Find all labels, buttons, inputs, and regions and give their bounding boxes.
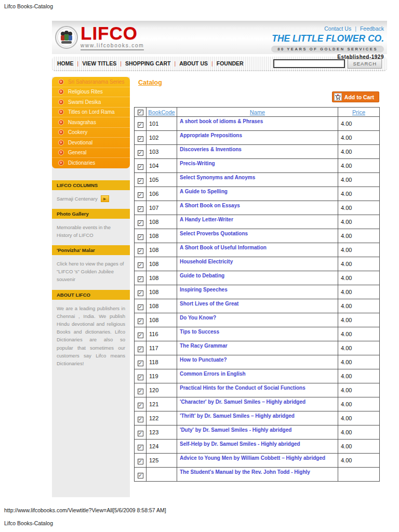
price-cell: 4.00 [338,299,380,313]
sidebar-item-titles-on-lord-rama[interactable]: ›Titles on Lord Rama [52,108,130,118]
table-row: ✓119Common Errors in English4.00 [135,369,380,383]
checkbox-checked[interactable]: ✓ [138,206,143,212]
checkbox-checked[interactable]: ✓ [138,150,143,156]
book-name-link[interactable]: 'Character' by Dr. Samuel Smiles – Highl… [177,397,338,411]
price-cell: 4.00 [338,425,380,440]
row-checkbox-cell: ✓ [135,425,147,440]
row-checkbox-cell: ✓ [135,159,147,173]
book-name-link[interactable]: A short book of idioms & Phrases [177,117,338,131]
column-header-link-price[interactable]: Price [352,109,365,115]
lifco-logo[interactable]: LIFCO www.lifcobooks.com [52,21,144,54]
sidebar-item-sri-sahasranama-series[interactable]: ›Sri Sahasranama Series [52,77,130,87]
book-name-link[interactable]: A Short Book of Useful Information [177,243,338,257]
bookcode-cell [147,468,177,482]
nav-item-shopping-cart[interactable]: SHOPPING CART [125,60,171,66]
checkbox-checked[interactable]: ✓ [138,122,143,128]
book-name-link[interactable]: Tips to Success [177,327,338,341]
sidebar-item-general[interactable]: ›General [52,148,130,158]
sarmaji-centenary-link[interactable]: Sarmaji Centenary [57,195,98,203]
sidebar-item-devotional[interactable]: ›Devotional [52,138,130,148]
sidebar-item-navagrahas[interactable]: ›Navagrahas [52,117,130,128]
book-name-link[interactable]: 'Duty' by Dr. Samuel Smiles - Highly abr… [177,425,338,440]
sidebar-item-swami-desika[interactable]: ›Swami Desika [52,97,130,108]
book-name-link[interactable]: The Racy Grammar [177,341,338,355]
feedback-link[interactable]: Feedback [360,25,384,32]
book-name-link[interactable]: Practical Hints for the Conduct of Socia… [177,383,338,397]
nav-item-view-titles[interactable]: VIEW TITLES [82,60,116,66]
shopping-cart-icon [334,93,342,101]
checkbox-checked[interactable]: ✓ [138,389,143,394]
bookcode-cell: 108 [147,229,177,243]
arrow-bullet-icon: › [58,109,64,115]
book-name-link[interactable]: 'Thrift' by Dr. Samuel Smiles – Highly a… [177,411,338,425]
book-name-link[interactable]: Self-Help by Dr. Samuel Smiles - Highly … [177,440,338,454]
book-name-link[interactable]: A Handy Letter-Writer [177,215,338,229]
checkbox-checked[interactable]: ✓ [138,290,143,296]
table-row: ✓117The Racy Grammar4.00 [135,341,380,355]
add-to-cart-button[interactable]: Add to Cart [332,91,379,102]
checkbox-checked[interactable]: ✓ [138,192,143,198]
book-name-link[interactable]: Inspiring Speeches [177,285,338,299]
section-body-ponvizha-malar[interactable]: Click here to view the pages of "LIFCO '… [52,255,130,290]
checkbox-checked[interactable]: ✓ [138,110,143,115]
arrow-bullet-icon: › [58,79,64,85]
checkbox-checked[interactable]: ✓ [138,318,143,324]
arrow-bullet-icon: › [58,150,64,155]
row-checkbox-cell: ✓ [135,468,147,482]
checkbox-checked[interactable]: ✓ [138,473,143,478]
checkbox-checked[interactable]: ✓ [138,445,143,450]
book-name-link[interactable]: Do You Know? [177,313,338,327]
book-name-link[interactable]: A Guide to Spelling [177,187,338,201]
checkbox-checked[interactable]: ✓ [138,332,143,338]
play-icon[interactable]: ▶ [101,195,109,202]
checkbox-checked[interactable]: ✓ [138,304,143,310]
book-name-link[interactable]: The Student's Manual by the Rev. John To… [177,468,338,482]
book-name-link[interactable]: Guide to Debating [177,271,338,285]
contact-us-link[interactable]: Contact Us [324,25,351,32]
sidebar-item-religious-rites[interactable]: ›Religious Rites [52,87,130,98]
table-row: ✓102Appropriate Prepositions4.00 [135,131,380,145]
book-name-link[interactable]: Household Electricity [177,257,338,271]
sidebar-sections: LIFCO COLUMNSSarmaji Centenary▶Photo Gal… [52,180,130,374]
checkbox-checked[interactable]: ✓ [138,276,143,282]
search-button[interactable]: SEARCH [348,59,382,69]
book-name-link[interactable]: Advice to Young Men by William Cobbett –… [177,454,338,468]
checkbox-checked[interactable]: ✓ [138,361,143,366]
checkbox-checked[interactable]: ✓ [138,375,143,380]
checkbox-checked[interactable]: ✓ [138,136,143,142]
bookcode-cell: 122 [147,411,177,425]
book-name-link[interactable]: Common Errors in English [177,369,338,383]
price-cell: 4.00 [338,117,380,131]
book-name-link[interactable]: Discoveries & Inventions [177,145,338,159]
checkbox-checked[interactable]: ✓ [138,248,143,254]
checkbox-checked[interactable]: ✓ [138,220,143,226]
column-header-link-name[interactable]: Name [250,109,265,115]
book-name-link[interactable]: Select Proverbs Quotations [177,229,338,243]
checkbox-checked[interactable]: ✓ [138,164,143,170]
checkbox-checked[interactable]: ✓ [138,262,143,268]
book-name-link[interactable]: How to Punctuate? [177,355,338,369]
checkbox-checked[interactable]: ✓ [138,459,143,464]
page: Lifco Books-Catalog LIFCO www.li [0,0,399,532]
book-name-link[interactable]: Appropriate Prepositions [177,131,338,145]
book-name-link[interactable]: A Short Book on Essays [177,201,338,215]
book-name-link[interactable]: Select Synonyms and Anoyms [177,173,338,187]
checkbox-checked[interactable]: ✓ [138,403,143,408]
sidebar-item-label: General [68,150,87,155]
book-name-link[interactable]: Precis-Writing [177,159,338,173]
book-name-link[interactable]: Short Lives of the Great [177,299,338,313]
checkbox-checked[interactable]: ✓ [138,431,143,436]
checkbox-checked[interactable]: ✓ [138,178,143,184]
checkbox-checked[interactable]: ✓ [138,234,143,240]
column-header-link-bookcode[interactable]: BookCode [148,109,175,115]
search-input[interactable] [273,59,345,68]
checkbox-checked[interactable]: ✓ [138,347,143,352]
sidebar-item-dictionaries[interactable]: ›Dictionaries [52,158,130,168]
sidebar-item-cookery[interactable]: ›Cookery [52,128,130,138]
nav-item-home[interactable]: HOME [57,60,74,66]
checkbox-checked[interactable]: ✓ [138,417,143,422]
nav-item-about-us[interactable]: ABOUT US [179,60,208,66]
row-checkbox-cell: ✓ [135,215,147,229]
price-cell: 4.00 [338,173,380,187]
nav-item-founder[interactable]: FOUNDER [217,60,244,66]
